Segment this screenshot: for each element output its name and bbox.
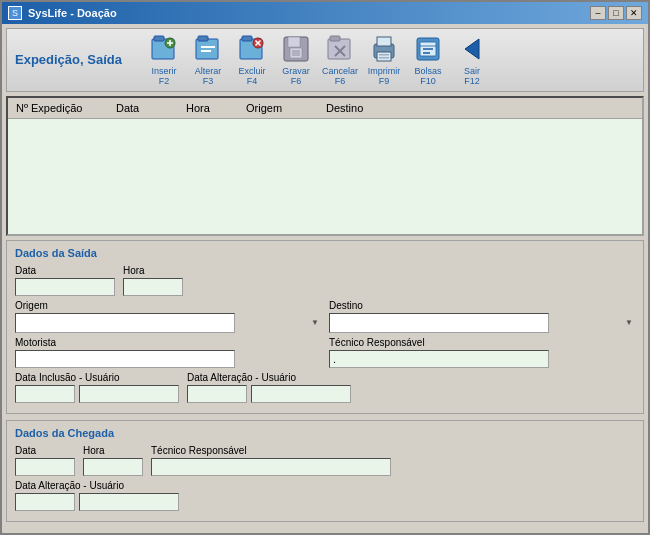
saida-tecnico-input[interactable] (329, 350, 549, 368)
svg-rect-7 (201, 46, 215, 48)
window-controls: – □ ✕ (590, 6, 642, 20)
imprimir-icon (368, 33, 400, 65)
chegada-data-input[interactable] (15, 458, 75, 476)
saida-destino-arrow-icon: ▼ (625, 318, 633, 327)
saida-origem-arrow-icon: ▼ (311, 318, 319, 327)
svg-rect-5 (196, 39, 218, 59)
cancelar-icon (324, 33, 356, 65)
saida-alteracao-usuario-input[interactable] (251, 385, 351, 403)
imprimir-label: ImprimirF9 (368, 67, 401, 87)
saida-inclusao-usuario-input[interactable] (79, 385, 179, 403)
dados-chegada-section: Dados da Chegada Data Hora Técnico Respo… (6, 420, 644, 522)
saida-row-4: Data Inclusão - Usuário Data Alteração -… (15, 372, 635, 403)
saida-tecnico-label: Técnico Responsável (329, 337, 635, 348)
main-window: S SysLife - Doação – □ ✕ Expedição, Saíd… (0, 0, 650, 535)
sair-label: SairF12 (464, 67, 480, 87)
excluir-button[interactable]: ExcluirF4 (234, 33, 270, 87)
expeditions-table[interactable]: Nº Expedição Data Hora Origem Destino (6, 96, 644, 236)
table-header: Nº Expedição Data Hora Origem Destino (8, 98, 642, 119)
saida-inclusao-group: Data Inclusão - Usuário (15, 372, 179, 403)
saida-origem-select[interactable] (15, 313, 235, 333)
chegada-hora-label: Hora (83, 445, 143, 456)
app-icon: S (8, 6, 22, 20)
maximize-button[interactable]: □ (608, 6, 624, 20)
svg-rect-6 (198, 36, 208, 41)
svg-rect-15 (288, 37, 300, 47)
saida-alteracao-group: Data Alteração - Usuário (187, 372, 351, 403)
saida-motorista-label: Motorista (15, 337, 321, 348)
cancelar-button[interactable]: CancelarF6 (322, 33, 358, 87)
chegada-alteracao-data-input[interactable] (15, 493, 75, 511)
bolsas-label: BolsasF10 (414, 67, 441, 87)
saida-row-3: Motorista Técnico Responsável (15, 337, 635, 368)
saida-destino-select-wrapper: ▼ (329, 313, 635, 333)
col-origem: Origem (242, 100, 322, 116)
dados-chegada-title: Dados da Chegada (15, 427, 635, 439)
chegada-hora-input[interactable] (83, 458, 143, 476)
dados-saida-title: Dados da Saída (15, 247, 635, 259)
alterar-button[interactable]: AlterarF3 (190, 33, 226, 87)
saida-motorista-group: Motorista (15, 337, 321, 368)
svg-marker-32 (465, 39, 479, 59)
imprimir-button[interactable]: ImprimirF9 (366, 33, 402, 87)
table-body (8, 119, 642, 199)
window-title: SysLife - Doação (28, 7, 584, 19)
chegada-data-group: Data (15, 445, 75, 476)
svg-rect-24 (377, 52, 391, 61)
chegada-alteracao-label: Data Alteração - Usuário (15, 480, 179, 491)
col-num-expedicao: Nº Expedição (12, 100, 112, 116)
minimize-button[interactable]: – (590, 6, 606, 20)
saida-alteracao-label: Data Alteração - Usuário (187, 372, 351, 383)
chegada-row-1: Data Hora Técnico Responsável (15, 445, 635, 476)
svg-rect-23 (377, 37, 391, 46)
dados-saida-section: Dados da Saída Data Hora Origem ▼ (6, 240, 644, 414)
title-bar: S SysLife - Doação – □ ✕ (2, 2, 648, 24)
svg-rect-8 (201, 50, 211, 52)
sair-button[interactable]: SairF12 (454, 33, 490, 87)
svg-rect-10 (242, 36, 252, 41)
saida-alteracao-data-input[interactable] (187, 385, 247, 403)
saida-origem-group: Origem ▼ (15, 300, 321, 333)
inserir-button[interactable]: InserirF2 (146, 33, 182, 87)
chegada-alteracao-usuario-input[interactable] (79, 493, 179, 511)
saida-data-group: Data (15, 265, 115, 296)
saida-hora-label: Hora (123, 265, 183, 276)
sair-icon (456, 33, 488, 65)
saida-destino-select[interactable] (329, 313, 549, 333)
chegada-alteracao-group: Data Alteração - Usuário (15, 480, 179, 511)
saida-data-input[interactable] (15, 278, 115, 296)
content-area: Expedição, Saída InserirF2 (2, 24, 648, 533)
toolbar-title: Expedição, Saída (15, 52, 122, 67)
gravar-icon (280, 33, 312, 65)
saida-data-label: Data (15, 265, 115, 276)
saida-origem-select-wrapper: ▼ (15, 313, 321, 333)
svg-rect-17 (292, 50, 300, 56)
svg-rect-30 (423, 48, 433, 50)
saida-hora-group: Hora (123, 265, 183, 296)
saida-hora-input[interactable] (123, 278, 183, 296)
excluir-icon (236, 33, 268, 65)
saida-tecnico-group: Técnico Responsável (329, 337, 635, 368)
saida-origem-label: Origem (15, 300, 321, 311)
saida-inclusao-data-input[interactable] (15, 385, 75, 403)
svg-rect-25 (379, 54, 389, 56)
chegada-hora-group: Hora (83, 445, 143, 476)
chegada-row-2: Data Alteração - Usuário (15, 480, 635, 511)
col-data: Data (112, 100, 182, 116)
svg-rect-19 (330, 36, 340, 41)
saida-inclusao-label: Data Inclusão - Usuário (15, 372, 179, 383)
col-destino: Destino (322, 100, 638, 116)
saida-motorista-input[interactable] (15, 350, 235, 368)
gravar-label: GravarF6 (282, 67, 310, 87)
svg-rect-1 (154, 36, 164, 41)
chegada-tecnico-label: Técnico Responsável (151, 445, 635, 456)
saida-row-1: Data Hora (15, 265, 635, 296)
bolsas-button[interactable]: BolsasF10 (410, 33, 446, 87)
close-button[interactable]: ✕ (626, 6, 642, 20)
svg-rect-31 (423, 52, 430, 54)
chegada-tecnico-input[interactable] (151, 458, 391, 476)
alterar-label: AlterarF3 (195, 67, 222, 87)
saida-destino-label: Destino (329, 300, 635, 311)
inserir-label: InserirF2 (151, 67, 176, 87)
gravar-button[interactable]: GravarF6 (278, 33, 314, 87)
